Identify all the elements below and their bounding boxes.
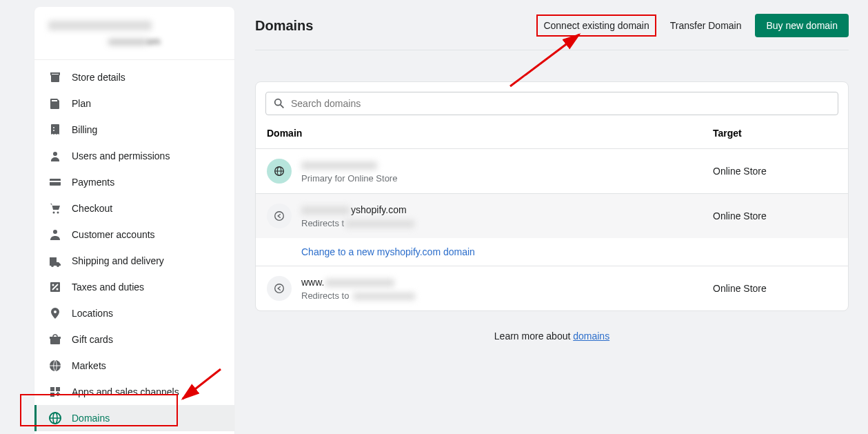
person-icon [48, 228, 62, 241]
sidebar-item-label: Billing [72, 124, 97, 135]
sidebar-header: xxxxxxxxom [34, 7, 234, 59]
apps-icon [48, 385, 62, 399]
sidebar-item-taxes[interactable]: Taxes and duties [34, 274, 234, 300]
svg-point-17 [275, 99, 281, 106]
domain-row[interactable]: yshopify.com Redirects t Online Store [256, 193, 848, 238]
col-target: Target [713, 128, 837, 139]
svg-rect-2 [50, 181, 61, 182]
globe-icon [267, 159, 292, 184]
store-icon [48, 70, 62, 84]
main-content: Domains Connect existing domain Transfer… [255, 14, 849, 342]
page-header: Domains Connect existing domain Transfer… [255, 14, 849, 50]
sidebar-item-users[interactable]: Users and permissions [34, 143, 234, 169]
sidebar-item-label: Payments [72, 177, 114, 188]
settings-sidebar: xxxxxxxxom Store details Plan Billing Us… [34, 7, 234, 434]
change-myshopify-link[interactable]: Change to a new myshopify.com domain [301, 246, 475, 257]
svg-point-3 [53, 212, 55, 214]
domain-name: yshopify.com [301, 204, 713, 215]
sidebar-item-checkout[interactable]: Checkout [34, 195, 234, 221]
target-cell: Online Store [713, 166, 837, 177]
target-cell: Online Store [713, 210, 837, 221]
sidebar-item-payments[interactable]: Payments [34, 169, 234, 195]
domain-subtitle: Redirects to [301, 290, 713, 301]
sidebar-item-gift-cards[interactable]: Gift cards [34, 326, 234, 353]
svg-point-7 [52, 284, 54, 286]
shop-url-redacted: xxxxxxxxom [100, 36, 169, 47]
svg-point-21 [275, 284, 284, 293]
buy-new-domain-button[interactable]: Buy new domain [755, 14, 849, 37]
redirect-icon [267, 204, 292, 228]
svg-point-5 [53, 230, 57, 234]
header-actions: Connect existing domain Transfer Domain … [536, 14, 849, 37]
sidebar-item-label: Apps and sales channels [72, 386, 179, 397]
sidebar-list: Store details Plan Billing Users and per… [34, 60, 234, 434]
billing-icon [48, 123, 62, 137]
svg-point-20 [275, 212, 284, 221]
domain-name: www. [301, 277, 713, 288]
gift-icon [48, 333, 62, 346]
connect-existing-domain-link[interactable]: Connect existing domain [536, 14, 656, 37]
sidebar-item-label: Locations [72, 308, 113, 319]
divider [255, 50, 849, 50]
sidebar-item-label: Customer accounts [72, 229, 155, 240]
domain-name-redacted [301, 159, 713, 170]
table-header: Domain Target [256, 125, 848, 148]
page-title: Domains [255, 18, 313, 34]
sidebar-item-shipping[interactable]: Shipping and delivery [34, 248, 234, 274]
domain-cell: www. Redirects to [301, 277, 713, 301]
sidebar-item-label: Domains [72, 413, 110, 424]
truck-icon [48, 254, 62, 268]
sidebar-item-label: Markets [72, 360, 106, 371]
svg-point-8 [57, 288, 59, 290]
sidebar-item-label: Checkout [72, 203, 112, 214]
transfer-domain-link[interactable]: Transfer Domain [663, 14, 749, 37]
pin-icon [48, 306, 62, 320]
percent-icon [48, 280, 62, 294]
svg-point-0 [53, 152, 57, 156]
search-input[interactable] [291, 98, 831, 109]
cart-icon [48, 201, 62, 215]
sidebar-item-locations[interactable]: Locations [34, 300, 234, 326]
sidebar-item-label: Store details [72, 72, 125, 83]
sidebar-item-domains[interactable]: Domains [34, 405, 234, 431]
learn-more: Learn more about domains [255, 331, 849, 342]
search-box[interactable] [265, 92, 838, 115]
svg-rect-12 [50, 387, 54, 391]
domains-card: Domain Target Primary for Online Store O… [255, 81, 849, 311]
plan-icon [48, 97, 62, 110]
redirect-icon [267, 276, 292, 301]
payments-icon [48, 175, 62, 189]
search-wrap [256, 82, 848, 125]
target-cell: Online Store [713, 283, 837, 294]
sidebar-item-label: Plan [72, 98, 91, 109]
user-icon [48, 149, 62, 163]
svg-point-4 [57, 212, 59, 214]
domain-cell: yshopify.com Redirects t [301, 204, 713, 228]
domain-row[interactable]: Primary for Online Store Online Store [256, 148, 848, 193]
domain-globe-icon [48, 411, 62, 425]
sidebar-item-plan[interactable]: Plan [34, 90, 234, 117]
change-myshopify-row: Change to a new myshopify.com domain [256, 238, 848, 266]
learn-more-link[interactable]: domains [573, 331, 609, 342]
sidebar-item-billing[interactable]: Billing [34, 117, 234, 143]
sidebar-item-label: Users and permissions [72, 150, 170, 161]
search-icon [273, 97, 285, 110]
svg-rect-14 [50, 393, 54, 397]
shop-name-redacted [48, 21, 152, 30]
sidebar-item-label: Gift cards [72, 334, 113, 345]
svg-rect-13 [56, 387, 60, 391]
sidebar-item-store-details[interactable]: Store details [34, 64, 234, 90]
domain-subtitle: Redirects t [301, 218, 713, 228]
col-domain: Domain [267, 128, 713, 139]
sidebar-item-markets[interactable]: Markets [34, 353, 234, 379]
sidebar-item-customer-accounts[interactable]: Customer accounts [34, 221, 234, 248]
domain-row[interactable]: www. Redirects to Online Store [256, 266, 848, 310]
domain-cell: Primary for Online Store [301, 159, 713, 184]
sidebar-item-label: Shipping and delivery [72, 255, 164, 266]
globe-icon [48, 359, 62, 373]
sidebar-item-label: Taxes and duties [72, 282, 144, 293]
domain-subtitle: Primary for Online Store [301, 173, 713, 184]
sidebar-item-apps[interactable]: Apps and sales channels [34, 379, 234, 405]
